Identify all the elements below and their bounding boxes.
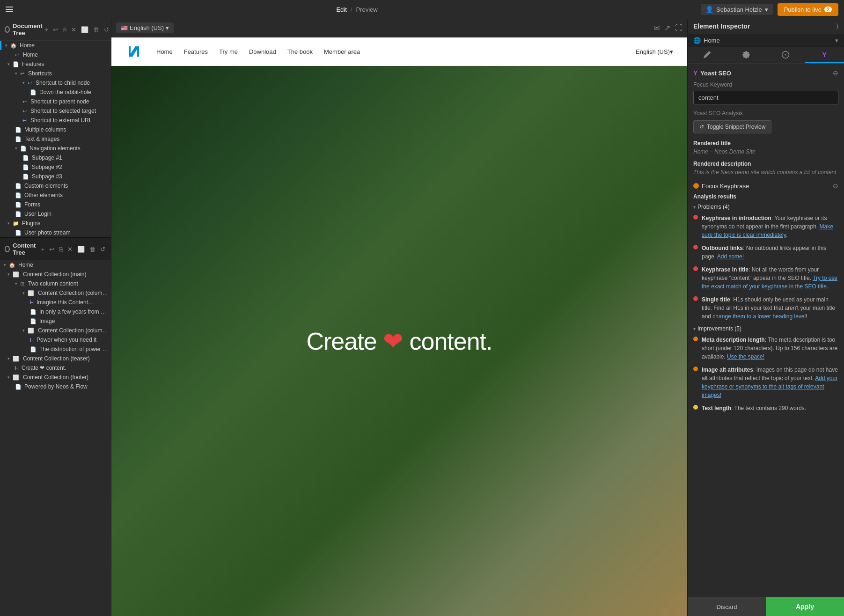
tree-item-custom[interactable]: 📄 Custom elements [0, 181, 111, 191]
tab-yoast[interactable]: Y [805, 47, 844, 63]
problems-header[interactable]: ▾ Problems (4) [693, 204, 838, 210]
ct-item-create[interactable]: H Create ❤ content. [0, 363, 111, 373]
tree-item-shortcut-parent[interactable]: ↩ Shortcut to parent node [0, 97, 111, 106]
problem-link[interactable]: Make sure the topic is clear immediately [702, 223, 833, 238]
external-link-icon[interactable]: ↗ [664, 23, 670, 32]
paste-button[interactable]: ⬜ [80, 25, 89, 34]
tree-item-multiple-columns[interactable]: 📄 Multiple columns [0, 125, 111, 134]
ct-add-button[interactable]: + [40, 245, 45, 254]
chevron-icon [7, 356, 10, 361]
ct-item-image[interactable]: 📄 Image [0, 316, 111, 326]
improvement-link[interactable]: Add your keyphrase or synonyms to the al… [702, 375, 837, 398]
delete-button[interactable]: 🗑 [92, 25, 100, 34]
ct-item-footer[interactable]: ⬜ Content Collection (footer) [0, 373, 111, 382]
tree-item-user-login[interactable]: 📄 User Login [0, 209, 111, 219]
nav-book[interactable]: The book [287, 48, 313, 55]
ct-item-infew[interactable]: 📄 In only a few years from now, [0, 307, 111, 316]
language-selector[interactable]: 🇺🇸 English (US) ▾ [116, 22, 174, 33]
ct-item-col0[interactable]: ⬜ Content Collection (column0) [0, 288, 111, 298]
tree-item-photo-stream[interactable]: 📄 User photo stream [0, 228, 111, 237]
tree-item-rabbit-hole[interactable]: 📄 Down the rabbit-hole [0, 88, 111, 97]
tree-item-shortcut-selected[interactable]: ↩ Shortcut to selected target [0, 106, 111, 116]
tree-label: User photo stream [24, 229, 71, 236]
tab-target[interactable] [766, 47, 805, 63]
ct-item-imagine[interactable]: H Imagine this Content... [0, 298, 111, 307]
ct-delete-button[interactable]: 🗑 [88, 245, 96, 254]
tab-gear[interactable] [727, 47, 766, 63]
fullscreen-icon[interactable]: ⛶ [675, 24, 683, 32]
inspector-collapse-button[interactable]: ⟩ [836, 22, 838, 30]
tree-item-home[interactable]: 🏠 Home [0, 41, 111, 50]
analysis-text: Keyphrase in title: Not all the words fr… [702, 265, 838, 291]
copy-button[interactable]: ⎘ [62, 25, 67, 34]
refresh-button[interactable]: ↺ [103, 25, 110, 34]
ct-cut-button[interactable]: ✕ [66, 245, 73, 254]
nav-member[interactable]: Member area [324, 48, 360, 55]
email-icon[interactable]: ✉ [653, 23, 660, 32]
page-icon: 📄 [15, 127, 22, 133]
ct-paste-button[interactable]: ⬜ [76, 245, 86, 254]
hamburger-menu[interactable] [6, 7, 13, 12]
user-info[interactable]: 👤 Sebastian Helzle ▾ [701, 4, 773, 15]
ct-item-powered[interactable]: 📄 Powered by Neos & Flow [0, 382, 111, 391]
shortcut-icon: ↩ [22, 99, 27, 105]
tree-item-plugins[interactable]: 📁 Plugins [0, 219, 111, 228]
tree-item-subpage2[interactable]: 📄 Subpage #2 [0, 162, 111, 172]
tree-item-navigation[interactable]: 📄 Navigation elements [0, 144, 111, 153]
ct-refresh-button[interactable]: ↺ [99, 245, 106, 254]
add-node-button[interactable]: + [44, 25, 50, 34]
tree-item-subpage3[interactable]: 📄 Subpage #3 [0, 172, 111, 181]
undo-button[interactable]: ↩ [52, 25, 59, 34]
ct-item-collection-main[interactable]: ⬜ Content Collection (main) [0, 270, 111, 279]
nav-features[interactable]: Features [184, 48, 208, 55]
focus-keyword-input[interactable] [693, 91, 838, 104]
node-selector[interactable]: 🌐 Home ▾ [688, 34, 844, 47]
tree-item-subpage1[interactable]: 📄 Subpage #1 [0, 153, 111, 162]
tree-item-text-images[interactable]: 📄 Text & images [0, 134, 111, 144]
tab-pencil[interactable] [688, 47, 727, 63]
site-lang-selector[interactable]: English (US)▾ [636, 48, 673, 55]
improvements-header[interactable]: ▾ Improvements (5) [693, 325, 838, 332]
ct-undo-button[interactable]: ↩ [48, 245, 55, 254]
publish-button[interactable]: Publish to live 2 [778, 3, 838, 16]
discard-button[interactable]: Discard [688, 597, 766, 616]
improvement-title: Text length [702, 405, 731, 411]
chevron-icon [22, 81, 25, 85]
ct-item-two-column[interactable]: ⊞ Two column content [0, 279, 111, 288]
tree-item-forms[interactable]: 📄 Forms [0, 200, 111, 209]
nav-tryme[interactable]: Try me [219, 48, 238, 55]
page-icon: 📄 [22, 155, 29, 161]
tree-label: Plugins [22, 220, 40, 227]
main-layout: Document Tree + ↩ ⎘ ✕ ⬜ 🗑 ↺ ⋯ 🏠 [0, 19, 844, 616]
ct-item-power[interactable]: H Power when you need it [0, 335, 111, 345]
cut-button[interactable]: ✕ [70, 25, 77, 34]
tree-item-shortcut-external[interactable]: ↩ Shortcut to external URI [0, 116, 111, 125]
preview-button[interactable]: Preview [356, 6, 377, 13]
tree-item-other[interactable]: 📄 Other elements [0, 191, 111, 200]
tree-item-shortcuts[interactable]: ↩ Shortcuts [0, 69, 111, 78]
yoast-collapse-button[interactable]: ⊖ [833, 69, 838, 77]
ct-copy-button[interactable]: ⎘ [58, 245, 64, 254]
tree-item-features[interactable]: 📄 Features [0, 59, 111, 69]
toggle-snippet-button[interactable]: ↺ Toggle Snippet Preview [693, 120, 771, 133]
improvement-link[interactable]: Use the space! [727, 353, 764, 360]
problem-link[interactable]: Add some! [717, 253, 744, 260]
collection-icon: ⬜ [28, 290, 34, 296]
nav-home[interactable]: Home [156, 48, 173, 55]
hero-text: Create ❤ content. [306, 327, 492, 355]
edit-button[interactable]: Edit [336, 6, 346, 13]
tree-item-home-page[interactable]: ↩ Home [0, 50, 111, 59]
ct-item-home[interactable]: 🏠 Home [0, 260, 111, 270]
apply-button[interactable]: Apply [766, 597, 844, 616]
keyphrase-collapse-button[interactable]: ⊖ [833, 182, 838, 190]
analysis-text: Meta description length: The meta descri… [702, 336, 838, 361]
ct-item-distribution[interactable]: 📄 The distribution of power in a [0, 345, 111, 354]
ct-item-col1[interactable]: ⬜ Content Collection (column1) [0, 326, 111, 335]
tree-label: Content Collection (teaser) [23, 355, 90, 362]
problem-link[interactable]: change them to a lower heading level [712, 313, 806, 320]
problem-link[interactable]: Try to use the exact match of your keyph… [702, 275, 837, 290]
ct-item-teaser[interactable]: ⬜ Content Collection (teaser) [0, 354, 111, 363]
nav-download[interactable]: Download [249, 48, 276, 55]
analysis-text: Single title: H1s should only be used as… [702, 295, 838, 321]
tree-item-shortcut-child[interactable]: ↩ Shortcut to child node [0, 78, 111, 88]
